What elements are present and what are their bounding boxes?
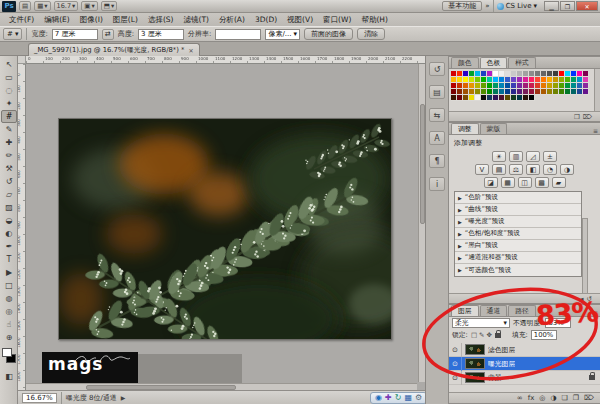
- expand-triangle-icon[interactable]: ▶: [458, 267, 462, 273]
- expand-triangle-icon[interactable]: ▶: [458, 195, 462, 201]
- layers-footer-icon[interactable]: ◑: [550, 394, 556, 402]
- dock-panel-icon[interactable]: ▤: [429, 85, 445, 99]
- horizontal-scrollbar[interactable]: [26, 383, 417, 390]
- tool-button[interactable]: T: [1, 253, 17, 266]
- height-field[interactable]: 3 厘米: [138, 29, 184, 40]
- swatch[interactable]: [583, 89, 589, 95]
- tool-button[interactable]: ▭: [1, 71, 17, 84]
- panel-menu-icon[interactable]: ≡: [593, 309, 598, 316]
- foreground-color-swatch[interactable]: [2, 348, 12, 357]
- tool-button[interactable]: ⚒: [1, 162, 17, 175]
- panel-tab[interactable]: 路径: [508, 305, 536, 316]
- adjustment-icon[interactable]: ◫: [518, 177, 532, 188]
- dock-panel-icon[interactable]: ¶: [429, 154, 445, 168]
- menu-item[interactable]: 分析(A): [214, 15, 250, 25]
- panel-tab[interactable]: 色板: [480, 57, 508, 68]
- swatch[interactable]: [529, 95, 535, 101]
- panel-footer-icon[interactable]: ↺: [587, 295, 592, 303]
- workspace-overflow-button[interactable]: »: [485, 2, 489, 10]
- panel-tab[interactable]: 蒙版: [480, 123, 508, 134]
- adjustment-icon[interactable]: ▰: [552, 177, 566, 188]
- panel-tab[interactable]: 通道: [480, 305, 508, 316]
- resolution-unit-dropdown[interactable]: 像素/...▾: [265, 29, 300, 40]
- vertical-scrollbar[interactable]: [418, 64, 425, 382]
- lock-all-icon[interactable]: [495, 333, 501, 338]
- tool-button[interactable]: ▱: [1, 188, 17, 201]
- adjustment-icon[interactable]: ☀: [492, 151, 506, 162]
- preset-item[interactable]: ▶“通道混和器”预设: [455, 252, 581, 264]
- cs-live-button[interactable]: CS Live ▾: [497, 2, 537, 10]
- tab-close-icon[interactable]: ✕: [188, 47, 193, 54]
- menu-item[interactable]: 图层(L): [108, 15, 143, 25]
- close-button[interactable]: ✕: [576, 1, 598, 11]
- adjustment-icon[interactable]: ◔: [543, 164, 557, 175]
- layers-footer-icon[interactable]: ❏: [562, 394, 568, 402]
- screen-mode-icon[interactable]: ⬒ ▾: [101, 1, 117, 11]
- tool-button[interactable]: ◌: [1, 84, 17, 97]
- layer-row[interactable]: ⊙ 滤色图层: [449, 343, 600, 357]
- expand-triangle-icon[interactable]: ▶: [458, 219, 462, 225]
- status-zoom-field[interactable]: 16.67%: [22, 393, 57, 403]
- tool-button[interactable]: ✒: [1, 240, 17, 253]
- tool-button[interactable]: ▨: [1, 201, 17, 214]
- minimize-button[interactable]: ▁: [544, 1, 559, 11]
- layer-row[interactable]: ⊙ 背景: [449, 371, 600, 385]
- adjustment-icon[interactable]: ▦: [501, 177, 515, 188]
- layer-thumbnail[interactable]: [465, 344, 485, 355]
- tool-button[interactable]: ✎: [1, 123, 17, 136]
- panel-tab[interactable]: 调整: [451, 123, 479, 134]
- lock-icon[interactable]: ✥: [487, 331, 492, 339]
- menu-item[interactable]: 视图(V): [282, 15, 318, 25]
- panel-tab[interactable]: 样式: [508, 57, 536, 68]
- adjustment-icon[interactable]: ◑: [560, 164, 574, 175]
- panel-footer-icon[interactable]: ⌦: [583, 113, 592, 121]
- dock-panel-icon[interactable]: i: [429, 177, 445, 191]
- visibility-eye-icon[interactable]: ⊙: [449, 357, 462, 371]
- tool-button[interactable]: ◎: [1, 305, 17, 318]
- dock-panel-icon[interactable]: ↺: [429, 62, 445, 76]
- adjustment-icon[interactable]: ▥: [509, 151, 523, 162]
- lock-icon[interactable]: □: [471, 331, 477, 339]
- tool-button[interactable]: ▶: [1, 266, 17, 279]
- tool-button[interactable]: ◐: [1, 227, 17, 240]
- lock-icon[interactable]: ✎: [479, 331, 484, 339]
- menu-item[interactable]: 窗口(W): [318, 15, 356, 25]
- adjustment-icon[interactable]: ◧: [526, 164, 540, 175]
- blend-mode-dropdown[interactable]: 柔光▾: [452, 318, 510, 328]
- layers-footer-icon[interactable]: ⌦: [584, 394, 594, 402]
- adjustment-icon[interactable]: ◪: [484, 177, 498, 188]
- tool-button[interactable]: ✏: [1, 149, 17, 162]
- tool-button[interactable]: ✚: [1, 136, 17, 149]
- tool-button[interactable]: ↺: [1, 175, 17, 188]
- expand-triangle-icon[interactable]: ▶: [458, 243, 462, 249]
- ime-icon[interactable]: ✚: [385, 394, 392, 402]
- workspace-button[interactable]: 基本功能: [442, 1, 482, 11]
- status-expand-icon[interactable]: ▶: [121, 394, 126, 401]
- zoom-level-control[interactable]: 16.7 ▾: [54, 1, 79, 11]
- layers-footer-icon[interactable]: fx: [528, 394, 535, 402]
- panel-tab[interactable]: 颜色: [451, 57, 479, 68]
- panel-footer-icon[interactable]: ❐: [574, 113, 580, 121]
- menu-item[interactable]: 滤镜(T): [179, 15, 214, 25]
- arrange-documents-icon[interactable]: ▣ ▾: [81, 1, 97, 11]
- tool-button[interactable]: ☝: [1, 318, 17, 331]
- layer-thumbnail[interactable]: [465, 358, 485, 369]
- layer-row[interactable]: ⊙ 曝光图层: [449, 357, 600, 371]
- photo-image[interactable]: [58, 118, 392, 340]
- tool-button[interactable]: ↖: [1, 58, 17, 71]
- view-extras-icon[interactable]: ▦ ▾: [34, 1, 50, 11]
- preset-item[interactable]: ▶“曲线”预设: [455, 204, 581, 216]
- adjustment-icon[interactable]: ±: [543, 151, 557, 162]
- layers-footer-icon[interactable]: ◎: [539, 394, 545, 402]
- expand-triangle-icon[interactable]: ▶: [458, 231, 462, 237]
- preset-item[interactable]: ▶“色相/饱和度”预设: [455, 228, 581, 240]
- menu-item[interactable]: 编辑(E): [39, 15, 75, 25]
- swatches-scrollbar[interactable]: [594, 69, 600, 111]
- launch-bridge-icon[interactable]: ▤: [19, 1, 31, 11]
- document-tab[interactable]: _MG_5997(1).jpg @ 16.7%(曝光度, RGB/8*) * ✕: [28, 43, 200, 56]
- layers-footer-icon[interactable]: ∞: [517, 394, 523, 402]
- menu-item[interactable]: 选择(S): [143, 15, 179, 25]
- ime-icon[interactable]: ⚙: [415, 394, 422, 402]
- menu-item[interactable]: 3D(D): [250, 15, 282, 24]
- layers-footer-icon[interactable]: ❐: [573, 394, 579, 402]
